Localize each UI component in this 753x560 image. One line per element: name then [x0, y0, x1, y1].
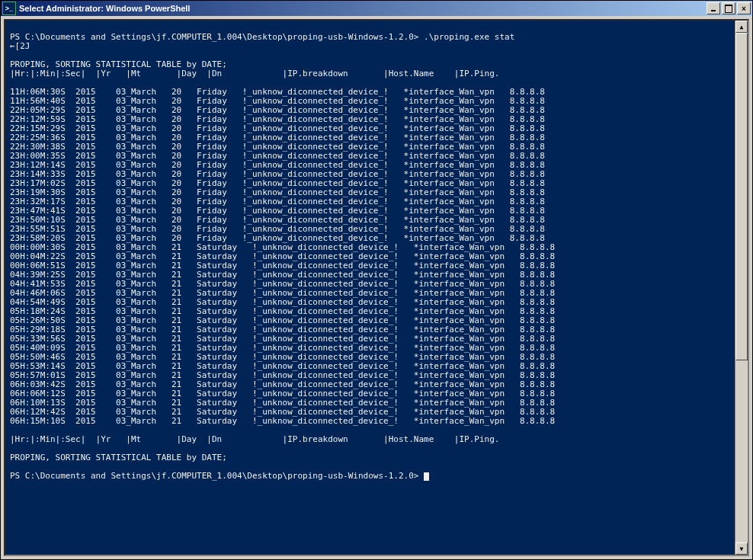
terminal-client-area: PS C:\Documents and Settings\jf.COMPUTER…	[4, 19, 749, 556]
cursor	[424, 472, 429, 481]
minimize-button[interactable]	[707, 2, 720, 14]
scroll-thumb[interactable]	[735, 33, 748, 360]
terminal-output[interactable]: PS C:\Documents and Settings\jf.COMPUTER…	[10, 24, 732, 552]
powershell-icon: >_	[2, 2, 16, 15]
maximize-button[interactable]	[722, 2, 735, 14]
powershell-window: >_ Select Administrator: Windows PowerSh…	[0, 0, 753, 560]
window-title: Select Administrator: Windows PowerShell	[19, 4, 705, 13]
close-button[interactable]: ×	[737, 2, 751, 14]
titlebar[interactable]: >_ Select Administrator: Windows PowerSh…	[1, 1, 752, 16]
scroll-down-button[interactable]: ▼	[735, 542, 748, 555]
vertical-scrollbar[interactable]: ▲ ▼	[735, 21, 748, 555]
scroll-up-button[interactable]: ▲	[735, 21, 748, 33]
